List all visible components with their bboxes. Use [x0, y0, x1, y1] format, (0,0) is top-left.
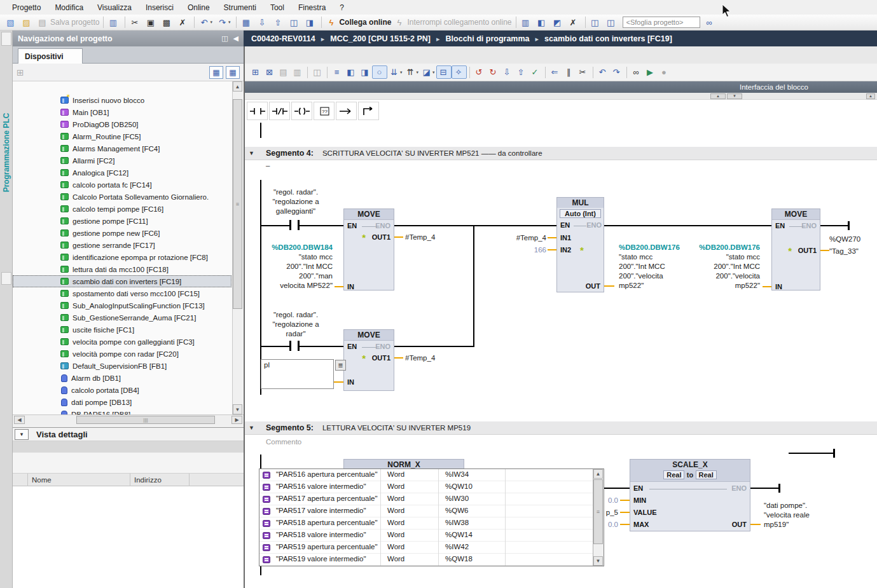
tree-item[interactable]: Alarm db [DB1]: [13, 372, 231, 384]
accessible-devices-icon[interactable]: ▥: [519, 16, 535, 29]
scroll-left-button[interactable]: ◀: [14, 416, 25, 424]
find-in-project-icon[interactable]: ∞: [703, 16, 716, 29]
tree-item[interactable]: calcolo portata fc [FC14]: [13, 179, 231, 191]
toolbar-button[interactable]: [103, 17, 104, 28]
column-nome[interactable]: Nome: [28, 474, 130, 486]
details-header[interactable]: ▾ Vista dettagli: [13, 427, 244, 441]
discard-changes-icon[interactable]: ↺: [473, 65, 487, 79]
toolbar-button[interactable]: [516, 17, 516, 28]
menu-item[interactable]: Visualizza: [90, 2, 139, 13]
operand-table-row[interactable]: "PAR518 apertura percentuale" Word %IW38: [259, 517, 593, 530]
scroll-thumb[interactable]: ≡: [233, 99, 242, 309]
goto-previous-icon[interactable]: ⇐: [548, 65, 562, 79]
toolbar-button[interactable]: [236, 17, 237, 28]
next-error-icon[interactable]: ↷: [610, 65, 624, 79]
tree-item[interactable]: Alarm_Routine [FC5]: [13, 130, 231, 142]
pin-out1[interactable]: OUT1: [798, 247, 817, 254]
absolute-operands-icon[interactable]: ≡: [330, 65, 344, 79]
grid-toggle-button[interactable]: ⊟: [436, 65, 452, 79]
coil-button[interactable]: [291, 102, 312, 120]
download-to-device-icon[interactable]: ⇩: [255, 16, 271, 29]
previous-error-icon[interactable]: ↶: [596, 65, 610, 79]
tree-item[interactable]: gestione pompe new [FC6]: [13, 227, 231, 239]
operand-list-button[interactable]: ≣: [335, 360, 346, 371]
open-project-icon[interactable]: ▨: [20, 16, 36, 29]
pin-in[interactable]: IN: [775, 283, 782, 291]
segment4-collapsed-comment[interactable]: –: [266, 161, 270, 169]
scroll-down-button[interactable]: ▼: [233, 404, 242, 414]
upload-changes-icon[interactable]: ⇧: [514, 65, 528, 79]
segment5-title[interactable]: LETTURA VELOCITA' SU INVERTER MP519: [322, 424, 471, 432]
go-online-button[interactable]: ϟ Collega online: [324, 16, 392, 29]
tree-item[interactable]: Allarmi [FC2]: [13, 154, 231, 167]
open-branch-button[interactable]: [336, 102, 357, 120]
move2-out-address[interactable]: %QW270: [829, 235, 860, 244]
compile-icon[interactable]: ▦: [239, 16, 255, 29]
redo-changes-icon[interactable]: ↻: [487, 65, 501, 79]
operand-table-row[interactable]: "PAR517 valore intermedio" Word %QW6: [259, 505, 593, 517]
strip-tab[interactable]: [1, 32, 11, 46]
cross-reference-icon[interactable]: ✗: [567, 16, 583, 29]
breadcrumb-item[interactable]: C00420-REV0114: [251, 34, 315, 43]
menu-item[interactable]: ?: [333, 2, 351, 13]
menu-item[interactable]: Tool: [263, 2, 291, 13]
scale-out-operand[interactable]: "dati pompe"."velocita realemp519": [764, 501, 846, 530]
cast-to-dropdown[interactable]: Real: [696, 470, 717, 479]
breadcrumb-item[interactable]: Blocchi di programma: [431, 34, 530, 43]
mul-in2-operand[interactable]: 166: [487, 245, 546, 255]
menu-item[interactable]: Strumenti: [217, 2, 263, 13]
segment4-title[interactable]: SCRITTURA VELOCITA' SU INVERTER MP521 ——…: [322, 149, 542, 157]
mul-block[interactable]: MUL Auto (Int) EN ENO IN1 IN2 OUT: [556, 197, 604, 292]
tree-item[interactable]: Default_SupervisionFB [FB1]: [13, 360, 231, 372]
tree-item[interactable]: identificazione epompa pr rotazione [FC8…: [13, 251, 231, 263]
scale-max-operand[interactable]: 0.0: [603, 520, 618, 530]
operand-table-row[interactable]: "PAR519 valore intermedio" Word %QW18: [259, 554, 593, 566]
consistency-check-icon[interactable]: ✓: [528, 65, 542, 79]
strip-tab-2[interactable]: [1, 272, 11, 285]
toolbar-button[interactable]: [125, 17, 125, 28]
network-comments-toggle[interactable]: ○: [372, 65, 387, 79]
scroll-up-button[interactable]: ▲: [593, 469, 603, 479]
tree-item[interactable]: Main [OB1]: [13, 106, 231, 118]
pin-eno[interactable]: ENO: [375, 343, 390, 350]
download-changes-icon[interactable]: ⇩: [501, 65, 514, 79]
reset-start-values-icon[interactable]: ◫: [310, 65, 324, 79]
table-view-icon[interactable]: ▦: [209, 66, 223, 79]
tree-item[interactable]: Alarms Management [FC4]: [13, 142, 231, 154]
scroll-thumb[interactable]: ||||: [76, 416, 215, 424]
paste-icon[interactable]: ▩: [160, 16, 176, 29]
tab-dispositivi[interactable]: Dispositivi: [18, 48, 83, 64]
redo-button[interactable]: ↷ ▾: [216, 16, 234, 29]
mul-in1-operand[interactable]: #Temp_4: [487, 233, 546, 243]
scale-min-operand[interactable]: 0.0: [603, 496, 618, 505]
operand-table-row[interactable]: "PAR516 valore intermedio" Word %QW10: [259, 481, 593, 493]
start-cpu-icon[interactable]: ◫: [287, 16, 303, 29]
tree-item[interactable]: uscite fisiche [FC1]: [13, 324, 231, 336]
segment5-comment-placeholder[interactable]: Commento: [266, 438, 301, 446]
operand-display-icon[interactable]: ⇊ ▾: [387, 65, 404, 79]
tree-item[interactable]: Analogica [FC12]: [13, 167, 231, 179]
move1-out-operand[interactable]: #Temp_4: [405, 233, 435, 242]
sim-table-icon[interactable]: ◩: [551, 16, 567, 29]
split-vertical-icon[interactable]: ◫: [604, 16, 620, 29]
move1-in-operand[interactable]: %DB200.DBW184 "stato mcc200"."Int MCC200…: [254, 243, 333, 291]
copy-icon[interactable]: ▣: [144, 16, 160, 29]
pin-en[interactable]: EN: [633, 484, 643, 492]
pin-en[interactable]: EN: [560, 221, 570, 229]
scroll-right-button[interactable]: ▶: [231, 416, 242, 424]
tree-item[interactable]: calcolo tempi pompe [FC16]: [13, 203, 231, 215]
remove-jump-icon[interactable]: ✂: [576, 65, 590, 79]
close-branch-button[interactable]: [358, 102, 379, 120]
block-interface-bar[interactable]: Interfaccia del blocco: [245, 81, 877, 93]
scale-value-operand[interactable]: p_5: [603, 508, 618, 517]
tree-item[interactable]: calcolo portata [DB4]: [13, 384, 231, 396]
operand-entry-box[interactable]: pl: [261, 359, 334, 389]
tree-item[interactable]: lettura dati da mcc100 [FC18]: [13, 263, 231, 275]
upload-from-device-icon[interactable]: ⇧: [271, 16, 287, 29]
editor-toolbar-button[interactable]: [307, 67, 308, 78]
menu-item[interactable]: Progetto: [5, 2, 48, 13]
move2-in-operand[interactable]: %DB200.DBW176 "stato mcc200"."Int MCC200…: [690, 243, 760, 291]
menu-item[interactable]: Online: [181, 2, 217, 13]
tree-item[interactable]: Calcolo Portata Sollevamento Giornaliero…: [13, 191, 231, 203]
pin-eno[interactable]: ENO: [375, 222, 390, 229]
